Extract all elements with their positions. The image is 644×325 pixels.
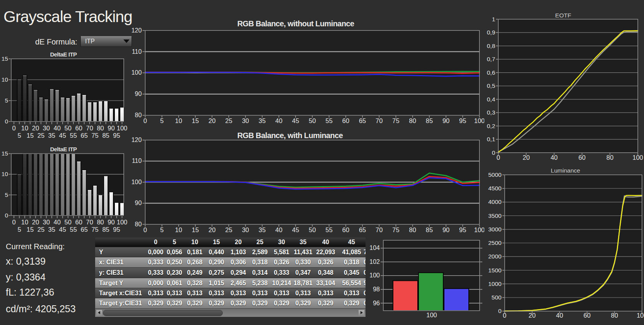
svg-text:40: 40 bbox=[54, 125, 61, 132]
svg-text:0,5: 0,5 bbox=[487, 82, 495, 89]
svg-text:10: 10 bbox=[2, 171, 9, 177]
svg-text:10: 10 bbox=[175, 117, 182, 124]
svg-text:100: 100 bbox=[132, 69, 142, 76]
svg-text:5: 5 bbox=[160, 226, 164, 233]
svg-text:60: 60 bbox=[584, 312, 591, 319]
svg-text:60: 60 bbox=[75, 125, 82, 132]
svg-text:40: 40 bbox=[275, 226, 282, 233]
svg-text:40: 40 bbox=[556, 312, 563, 319]
svg-text:10: 10 bbox=[175, 226, 182, 233]
svg-text:15: 15 bbox=[192, 117, 199, 124]
svg-text:65: 65 bbox=[359, 117, 366, 124]
svg-text:5: 5 bbox=[160, 117, 164, 124]
svg-text:75: 75 bbox=[91, 226, 98, 233]
svg-text:30: 30 bbox=[242, 117, 249, 124]
svg-text:20: 20 bbox=[32, 219, 39, 226]
svg-text:20: 20 bbox=[208, 117, 215, 124]
svg-text:30: 30 bbox=[43, 219, 50, 226]
svg-text:50: 50 bbox=[65, 125, 72, 132]
svg-text:55: 55 bbox=[70, 226, 77, 233]
svg-text:55: 55 bbox=[70, 132, 77, 139]
svg-text:0: 0 bbox=[143, 117, 147, 124]
svg-text:100: 100 bbox=[426, 311, 437, 318]
svg-text:100: 100 bbox=[637, 312, 644, 319]
svg-text:80: 80 bbox=[135, 221, 142, 228]
svg-text:0: 0 bbox=[12, 219, 15, 226]
svg-text:104: 104 bbox=[369, 245, 380, 251]
svg-text:80: 80 bbox=[409, 117, 416, 124]
svg-text:85: 85 bbox=[102, 226, 109, 233]
svg-text:60: 60 bbox=[342, 226, 349, 233]
svg-text:0,3: 0,3 bbox=[487, 109, 495, 116]
svg-text:20: 20 bbox=[529, 312, 536, 319]
svg-text:75: 75 bbox=[91, 132, 98, 139]
svg-text:35: 35 bbox=[259, 226, 266, 233]
svg-text:3000: 3000 bbox=[488, 226, 502, 233]
svg-text:RGB Balance, with Luminance: RGB Balance, with Luminance bbox=[237, 131, 343, 140]
svg-text:0,6: 0,6 bbox=[487, 69, 495, 76]
svg-text:DeltaE ITP: DeltaE ITP bbox=[50, 146, 77, 152]
svg-text:100: 100 bbox=[632, 154, 643, 161]
svg-text:5000: 5000 bbox=[488, 171, 502, 178]
svg-text:75: 75 bbox=[392, 117, 399, 124]
svg-text:100: 100 bbox=[117, 219, 128, 226]
svg-text:60: 60 bbox=[75, 219, 82, 226]
svg-text:90: 90 bbox=[135, 91, 142, 97]
svg-text:80: 80 bbox=[611, 312, 618, 319]
svg-text:95: 95 bbox=[113, 226, 120, 233]
svg-text:55: 55 bbox=[326, 226, 333, 233]
svg-text:120: 120 bbox=[132, 137, 142, 143]
svg-text:65: 65 bbox=[81, 226, 88, 233]
svg-text:90: 90 bbox=[135, 200, 142, 206]
svg-text:60: 60 bbox=[579, 154, 586, 161]
svg-text:3500: 3500 bbox=[488, 212, 502, 219]
svg-text:30: 30 bbox=[242, 226, 249, 233]
svg-text:102: 102 bbox=[369, 258, 380, 265]
svg-text:30: 30 bbox=[43, 125, 50, 132]
svg-text:80: 80 bbox=[97, 219, 104, 226]
svg-text:0,4: 0,4 bbox=[487, 96, 495, 103]
svg-text:65: 65 bbox=[359, 226, 366, 233]
svg-text:45: 45 bbox=[59, 226, 66, 233]
svg-text:90: 90 bbox=[108, 219, 114, 226]
svg-text:4500: 4500 bbox=[488, 185, 502, 192]
svg-text:98: 98 bbox=[373, 286, 380, 292]
svg-text:85: 85 bbox=[426, 117, 433, 124]
svg-text:0: 0 bbox=[5, 118, 8, 125]
svg-text:5: 5 bbox=[17, 132, 21, 139]
svg-text:1: 1 bbox=[492, 16, 495, 22]
svg-text:0: 0 bbox=[497, 154, 500, 161]
svg-text:10: 10 bbox=[21, 125, 28, 132]
svg-text:0: 0 bbox=[503, 312, 506, 319]
svg-text:0,8: 0,8 bbox=[487, 43, 495, 49]
svg-text:110: 110 bbox=[132, 48, 142, 55]
svg-text:100: 100 bbox=[474, 117, 484, 124]
svg-text:5: 5 bbox=[5, 97, 8, 104]
svg-text:110: 110 bbox=[132, 157, 142, 164]
svg-text:0,2: 0,2 bbox=[487, 123, 495, 129]
svg-text:10: 10 bbox=[2, 76, 9, 83]
svg-text:15: 15 bbox=[192, 226, 199, 233]
svg-text:70: 70 bbox=[376, 117, 383, 124]
svg-text:0: 0 bbox=[143, 226, 147, 233]
svg-text:120: 120 bbox=[132, 27, 142, 34]
svg-text:15: 15 bbox=[27, 226, 34, 233]
svg-text:60: 60 bbox=[342, 117, 349, 124]
svg-text:15: 15 bbox=[2, 150, 8, 157]
svg-text:Luminance: Luminance bbox=[551, 167, 580, 174]
svg-text:0,9: 0,9 bbox=[487, 29, 495, 36]
svg-text:80: 80 bbox=[606, 154, 613, 161]
svg-text:25: 25 bbox=[38, 132, 44, 139]
svg-text:25: 25 bbox=[225, 226, 232, 233]
svg-text:100: 100 bbox=[132, 179, 142, 185]
svg-text:95: 95 bbox=[459, 117, 466, 124]
svg-text:50: 50 bbox=[309, 117, 316, 124]
svg-text:5: 5 bbox=[5, 192, 8, 198]
svg-text:96: 96 bbox=[373, 300, 380, 306]
svg-text:20: 20 bbox=[32, 125, 39, 132]
svg-text:25: 25 bbox=[225, 117, 232, 124]
svg-text:10: 10 bbox=[21, 219, 28, 226]
svg-text:0: 0 bbox=[498, 308, 502, 314]
svg-text:20: 20 bbox=[523, 154, 530, 161]
svg-text:45: 45 bbox=[292, 226, 299, 233]
